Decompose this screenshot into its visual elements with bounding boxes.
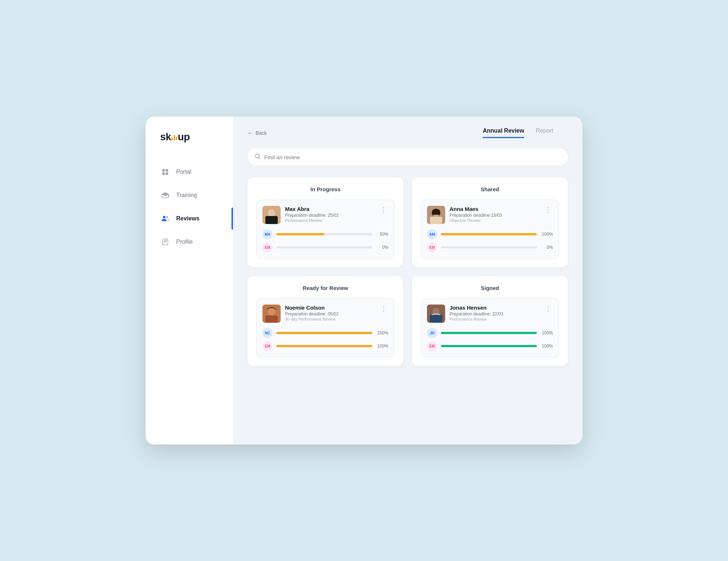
progress-pct-2-jonas: 100% [541, 344, 553, 349]
svg-rect-22 [265, 315, 278, 323]
review-name-max: Max Abra [285, 206, 375, 212]
reviews-label: Reviews [176, 215, 199, 222]
sidebar-item-portal[interactable]: Portal [146, 161, 233, 183]
sidebar-item-profile[interactable]: Profile [146, 231, 233, 253]
badge-NC: NC [262, 328, 273, 338]
svg-point-6 [166, 216, 168, 218]
avatar-max [262, 206, 281, 224]
profile-label: Profile [176, 239, 193, 245]
nav-items: Portal Training [146, 161, 233, 430]
avatar-noemie [262, 305, 281, 323]
svg-rect-25 [430, 315, 442, 323]
app-window: skup Portal [146, 117, 582, 444]
cards-grid: In Progress Max Abra [248, 177, 568, 366]
progress-row-1-anna: AM 100% [427, 229, 553, 239]
header: ← Back Annual Review Report [248, 128, 568, 138]
review-card-max: Max Abra Preparation deadline: 25/02 Per… [256, 200, 395, 259]
back-button[interactable]: ← Back [248, 130, 267, 136]
review-header-anna: Anna Maes Preparation deadline:15/03 Obj… [427, 206, 553, 224]
svg-rect-3 [166, 172, 168, 175]
back-arrow-icon: ← [248, 130, 253, 136]
review-header-noemie: Noemie Colson Preparation deadline: 05/0… [262, 305, 388, 323]
progress-bar-fill-1-max [276, 233, 324, 235]
progress-bar-bg-1-jonas [441, 332, 537, 334]
search-bar [248, 148, 568, 166]
badge-EM-anna: EM [427, 242, 437, 252]
dots-menu-anna[interactable]: ⋮ [543, 206, 553, 214]
progress-row-1-jonas: JH 100% [427, 328, 553, 338]
progress-bar-fill-2-jonas [441, 345, 537, 347]
progress-row-2-jonas: EM 100% [427, 341, 553, 351]
progress-bar-fill-2-noemie [276, 345, 372, 347]
review-name-jonas: Jonas Hensen [450, 305, 539, 311]
progress-row-2-max: EM 0% [262, 242, 388, 252]
search-input[interactable] [264, 154, 561, 160]
progress-bar-bg-2-max [276, 246, 372, 248]
review-name-anna: Anna Maes [450, 206, 539, 212]
progress-bar-fill-1-anna [441, 233, 537, 235]
svg-rect-19 [430, 217, 442, 224]
document-icon [160, 237, 170, 247]
review-name-noemie: Noemie Colson [285, 305, 375, 311]
review-deadline-jonas: Preparation deadline: 22/03 [450, 311, 539, 317]
progress-bar-bg-1-max [276, 233, 372, 235]
review-info-noemie: Noemie Colson Preparation deadline: 05/0… [285, 305, 375, 321]
svg-line-12 [259, 157, 260, 159]
progress-bar-bg-2-anna [441, 246, 537, 248]
section-in-progress: In Progress Max Abra [248, 177, 403, 267]
progress-pct-2-max: 0% [376, 245, 388, 250]
people-icon [160, 213, 170, 224]
progress-row-2-anna: EM 0% [427, 242, 553, 252]
progress-pct-2-anna: 0% [541, 245, 553, 250]
progress-row-1-max: MA 50% [262, 229, 388, 239]
sidebar-item-reviews[interactable]: Reviews [146, 208, 233, 230]
badge-MA: MA [262, 229, 273, 239]
svg-point-5 [163, 216, 166, 219]
review-info-jonas: Jonas Hensen Preparation deadline: 22/03… [450, 305, 539, 321]
progress-pct-1-jonas: 100% [541, 330, 553, 336]
section-title-signed: Signed [421, 285, 559, 291]
sidebar-item-training[interactable]: Training [146, 184, 233, 206]
logo: skup [146, 131, 233, 161]
section-signed: Signed Jonas Hensen [412, 276, 568, 366]
tab-annual-review[interactable]: Annual Review [483, 128, 524, 138]
progress-pct-1-noemie: 100% [376, 330, 388, 336]
main-content: ← Back Annual Review Report In Progress [233, 117, 582, 444]
progress-bar-bg-1-anna [441, 233, 537, 235]
svg-rect-16 [265, 216, 278, 224]
progress-bar-fill-1-jonas [441, 332, 537, 334]
progress-bar-bg-1-noemie [276, 332, 372, 334]
section-title-ready: Ready for Review [256, 285, 395, 291]
section-title-in-progress: In Progress [256, 186, 395, 192]
svg-rect-1 [166, 169, 168, 172]
review-info-max: Max Abra Preparation deadline: 25/02 Per… [285, 206, 375, 223]
badge-AM: AM [427, 229, 437, 239]
badge-EM-jonas: EM [427, 341, 437, 351]
graduation-icon [160, 190, 170, 200]
review-info-anna: Anna Maes Preparation deadline:15/03 Obj… [450, 206, 539, 223]
progress-pct-2-noemie: 100% [376, 344, 388, 349]
section-ready: Ready for Review Noemie Colso [248, 276, 403, 366]
dots-menu-max[interactable]: ⋮ [379, 206, 388, 214]
progress-pct-1-max: 50% [376, 232, 388, 237]
review-deadline-anna: Preparation deadline:15/03 [450, 213, 539, 218]
review-type-anna: Objective Review [450, 218, 539, 223]
review-card-anna: Anna Maes Preparation deadline:15/03 Obj… [421, 200, 559, 259]
progress-pct-1-anna: 100% [541, 232, 553, 237]
section-title-shared: Shared [421, 186, 559, 192]
search-icon [255, 153, 261, 161]
review-deadline-max: Preparation deadline: 25/02 [285, 213, 375, 218]
tabs: Annual Review Report [483, 128, 553, 138]
review-type-jonas: Performance Review [450, 317, 539, 321]
svg-rect-2 [162, 172, 165, 175]
tab-report[interactable]: Report [536, 128, 553, 138]
back-label: Back [256, 130, 267, 136]
dots-menu-jonas[interactable]: ⋮ [543, 305, 553, 313]
grid-icon [160, 167, 170, 177]
review-type-noemie: 90-day Performance Review [285, 317, 375, 321]
svg-point-21 [268, 308, 275, 316]
section-shared: Shared Anna Maes [412, 177, 568, 267]
dots-menu-noemie[interactable]: ⋮ [379, 305, 388, 313]
svg-rect-7 [163, 239, 168, 245]
avatar-jonas [427, 305, 445, 323]
